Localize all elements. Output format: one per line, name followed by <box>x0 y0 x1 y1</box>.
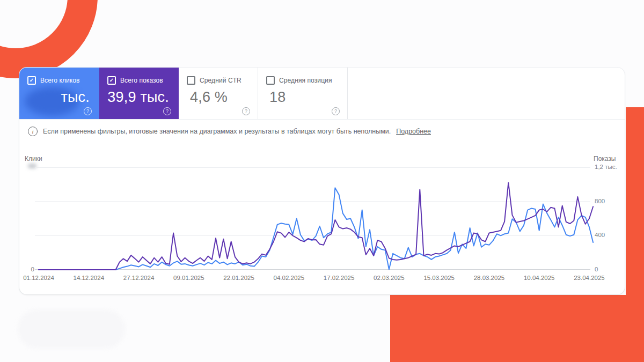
redacted-blob-bottom-left <box>18 309 125 349</box>
tile-label: Средняя позиция <box>279 77 332 84</box>
help-icon[interactable]: ? <box>84 107 92 115</box>
x-tick-label: 09.01.2025 <box>166 275 211 281</box>
tile-label: Средний CTR <box>200 77 241 84</box>
metric-tile-average-ctr[interactable]: Средний CTR 4,6 % ? <box>179 68 258 119</box>
x-tick-label: 23.04.2025 <box>567 275 612 281</box>
details-link[interactable]: Подробнее <box>396 128 431 135</box>
checkbox-unchecked-icon[interactable] <box>266 76 275 85</box>
x-tick-label: 01.12.2024 <box>16 275 61 281</box>
notice-text: Если применены фильтры, итоговые значени… <box>43 128 391 135</box>
right-axis-title: Показы <box>594 155 616 162</box>
checkbox-checked-icon[interactable]: ✓ <box>27 76 36 85</box>
x-tick-label: 28.03.2025 <box>466 275 511 281</box>
tile-value: 18 <box>269 89 286 106</box>
right-axis-tick: 1,2 тыс. <box>595 164 617 170</box>
metric-tile-total-clicks[interactable]: ✓ Всего кликов тыс. ? <box>19 68 99 119</box>
tile-value: 39,9 тыс. <box>107 89 169 106</box>
x-tick-label: 22.01.2025 <box>216 275 261 281</box>
x-tick-label: 27.12.2024 <box>116 275 162 281</box>
decor-orange-ring <box>0 0 98 78</box>
page-background: ✓ Всего кликов тыс. ? ✓ Всего показов 39… <box>0 0 644 362</box>
tile-value: 4,6 % <box>190 89 228 106</box>
left-axis-title: Клики <box>25 155 42 162</box>
help-icon[interactable]: ? <box>332 107 340 115</box>
help-icon[interactable]: ? <box>242 107 250 115</box>
info-icon: i <box>28 127 38 136</box>
tile-label: Всего кликов <box>40 77 80 84</box>
x-tick-label: 02.03.2025 <box>367 275 412 281</box>
checkbox-checked-icon[interactable]: ✓ <box>107 76 116 85</box>
x-tick-label: 04.02.2025 <box>266 275 311 281</box>
x-tick-label: 17.02.2025 <box>317 275 362 281</box>
decor-orange-bottom-rect <box>390 295 644 362</box>
x-tick-label: 14.12.2024 <box>66 275 111 281</box>
performance-line-chart[interactable] <box>35 167 596 270</box>
metric-tiles-row: ✓ Всего кликов тыс. ? ✓ Всего показов 39… <box>19 68 625 120</box>
series-line-Клики <box>39 188 593 270</box>
checkbox-unchecked-icon[interactable] <box>187 76 195 85</box>
x-tick-label: 15.03.2025 <box>416 275 462 281</box>
metric-tile-total-impressions[interactable]: ✓ Всего показов 39,9 тыс. ? <box>99 68 179 119</box>
tile-label: Всего показов <box>120 77 163 84</box>
metric-tile-average-position[interactable]: Средняя позиция 18 ? <box>258 68 348 119</box>
tile-value: тыс. <box>61 89 90 106</box>
left-axis-tick: 0 <box>24 266 34 272</box>
x-tick-label: 10.04.2025 <box>517 275 562 281</box>
help-icon[interactable]: ? <box>163 107 171 115</box>
right-axis-tick: 400 <box>595 232 605 238</box>
right-axis-tick: 800 <box>595 198 605 204</box>
filters-notice: i Если применены фильтры, итоговые значе… <box>28 127 431 136</box>
